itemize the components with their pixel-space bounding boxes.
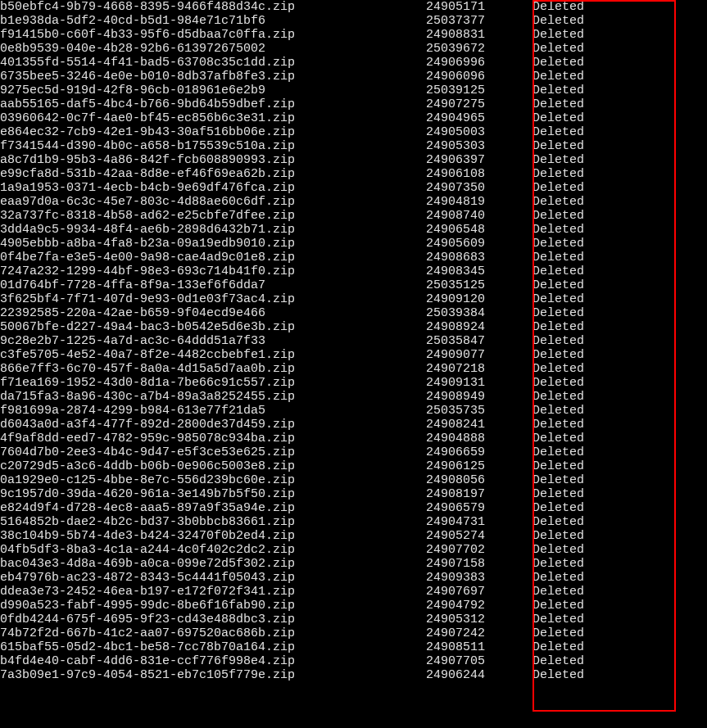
size-cell: 24908831 xyxy=(426,28,533,42)
filename-cell: 5164852b-dae2-4b2c-bd37-3b0bbcb83661.zip xyxy=(0,515,426,529)
status-cell: Deleted xyxy=(533,125,584,139)
terminal-row: d6043a0d-a3f4-477f-892d-2800de37d459.zip… xyxy=(0,418,707,432)
status-cell: Deleted xyxy=(533,0,584,14)
terminal-row: 1a9a1953-0371-4ecb-b4cb-9e69df476fca.zip… xyxy=(0,181,707,195)
terminal-row: 0f4be7fa-e3e5-4e00-9a98-cae4ad9c01e8.zip… xyxy=(0,251,707,265)
size-cell: 24906125 xyxy=(426,459,533,473)
terminal-row: f981699a-2874-4299-b984-613e77f21da52503… xyxy=(0,404,707,418)
terminal-row: a8c7d1b9-95b3-4a86-842f-fcb608890993.zip… xyxy=(0,153,707,167)
filename-cell: c3fe5705-4e52-40a7-8f2e-4482ccbebfe1.zip xyxy=(0,348,426,362)
status-cell: Deleted xyxy=(533,181,584,195)
filename-cell: 0e8b9539-040e-4b28-92b6-613972675002 xyxy=(0,42,426,56)
status-cell: Deleted xyxy=(533,348,584,362)
size-cell: 24904792 xyxy=(426,599,533,613)
filename-cell: 38c104b9-5b74-4de3-b424-32470f0b2ed4.zip xyxy=(0,529,426,543)
size-cell: 25039125 xyxy=(426,84,533,97)
status-cell: Deleted xyxy=(533,251,584,265)
terminal-row: 32a737fc-8318-4b58-ad62-e25cbfe7dfee.zip… xyxy=(0,209,707,223)
terminal-row: 5164852b-dae2-4b2c-bd37-3b0bbcb83661.zip… xyxy=(0,515,707,529)
size-cell: 24907218 xyxy=(426,362,533,376)
status-cell: Deleted xyxy=(533,292,584,306)
filename-cell: f7341544-d390-4b0c-a658-b175539c510a.zip xyxy=(0,139,426,153)
size-cell: 24906659 xyxy=(426,445,533,459)
filename-cell: e824d9f4-d728-4ec8-aaa5-897a9f35a94e.zip xyxy=(0,501,426,515)
terminal-row: e864ec32-7cb9-42e1-9b43-30af516bb06e.zip… xyxy=(0,125,707,139)
size-cell: 24908949 xyxy=(426,390,533,404)
terminal-row: 38c104b9-5b74-4de3-b424-32470f0b2ed4.zip… xyxy=(0,529,707,543)
filename-cell: 3dd4a9c5-9934-48f4-ae6b-2898d6432b71.zip xyxy=(0,223,426,237)
filename-cell: 03960642-0c7f-4ae0-bf45-ec856b6c3e31.zip xyxy=(0,111,426,125)
filename-cell: 4905ebbb-a8ba-4fa8-b23a-09a19edb9010.zip xyxy=(0,237,426,251)
size-cell: 24908683 xyxy=(426,251,533,265)
status-cell: Deleted xyxy=(533,640,584,654)
status-cell: Deleted xyxy=(533,111,584,125)
status-cell: Deleted xyxy=(533,487,584,501)
terminal-row: 615baf55-05d2-4bc1-be58-7cc78b70a164.zip… xyxy=(0,640,707,654)
size-cell: 25037377 xyxy=(426,14,533,28)
filename-cell: 32a737fc-8318-4b58-ad62-e25cbfe7dfee.zip xyxy=(0,209,426,223)
filename-cell: 7247a232-1299-44bf-98e3-693c714b41f0.zip xyxy=(0,265,426,278)
size-cell: 24907158 xyxy=(426,557,533,571)
filename-cell: 04fb5df3-8ba3-4c1a-a244-4c0f402c2dc2.zip xyxy=(0,543,426,557)
terminal-row: 0e8b9539-040e-4b28-92b6-6139726750022503… xyxy=(0,42,707,56)
status-cell: Deleted xyxy=(533,571,584,585)
terminal-row: 50067bfe-d227-49a4-bac3-b0542e5d6e3b.zip… xyxy=(0,320,707,334)
size-cell: 25039672 xyxy=(426,42,533,56)
terminal-row: 4905ebbb-a8ba-4fa8-b23a-09a19edb9010.zip… xyxy=(0,237,707,251)
filename-cell: 401355fd-5514-4f41-bad5-63708c35c1dd.zip xyxy=(0,56,426,70)
terminal-row: 7a3b09e1-97c9-4054-8521-eb7c105f779e.zip… xyxy=(0,668,707,682)
size-cell: 24905274 xyxy=(426,529,533,543)
size-cell: 24908740 xyxy=(426,209,533,223)
terminal-row: d990a523-fabf-4995-99dc-8be6f16fab90.zip… xyxy=(0,599,707,613)
filename-cell: 4f9af8dd-eed7-4782-959c-985078c934ba.zip xyxy=(0,432,426,445)
filename-cell: aab55165-daf5-4bc4-b766-9bd64b59dbef.zip xyxy=(0,97,426,111)
filename-cell: 615baf55-05d2-4bc1-be58-7cc78b70a164.zip xyxy=(0,640,426,654)
size-cell: 24909131 xyxy=(426,376,533,390)
filename-cell: da715fa3-8a96-430c-a7b4-89a3a8252455.zip xyxy=(0,390,426,404)
status-cell: Deleted xyxy=(533,362,584,376)
filename-cell: a8c7d1b9-95b3-4a86-842f-fcb608890993.zip xyxy=(0,153,426,167)
filename-cell: 7a3b09e1-97c9-4054-8521-eb7c105f779e.zip xyxy=(0,668,426,682)
status-cell: Deleted xyxy=(533,473,584,487)
status-cell: Deleted xyxy=(533,14,584,28)
size-cell: 24908511 xyxy=(426,640,533,654)
size-cell: 25035125 xyxy=(426,278,533,292)
terminal-row: e824d9f4-d728-4ec8-aaa5-897a9f35a94e.zip… xyxy=(0,501,707,515)
filename-cell: f981699a-2874-4299-b984-613e77f21da5 xyxy=(0,404,426,418)
filename-cell: 6735bee5-3246-4e0e-b010-8db37afb8fe3.zip xyxy=(0,70,426,84)
filename-cell: 9275ec5d-919d-42f8-96cb-018961e6e2b9 xyxy=(0,84,426,97)
status-cell: Deleted xyxy=(533,153,584,167)
size-cell: 25035735 xyxy=(426,404,533,418)
terminal-row: 01d764bf-7728-4ffa-8f9a-133ef6f6dda72503… xyxy=(0,278,707,292)
terminal-row: 04fb5df3-8ba3-4c1a-a244-4c0f402c2dc2.zip… xyxy=(0,543,707,557)
filename-cell: e864ec32-7cb9-42e1-9b43-30af516bb06e.zip xyxy=(0,125,426,139)
terminal-row: 03960642-0c7f-4ae0-bf45-ec856b6c3e31.zip… xyxy=(0,111,707,125)
terminal-row: b50ebfc4-9b79-4668-8395-9466f488d34c.zip… xyxy=(0,0,707,14)
terminal-row: b4fd4e40-cabf-4dd6-831e-ccf776f998e4.zip… xyxy=(0,654,707,668)
filename-cell: b50ebfc4-9b79-4668-8395-9466f488d34c.zip xyxy=(0,0,426,14)
filename-cell: eaa97d0a-6c3c-45e7-803c-4d88ae60c6df.zip xyxy=(0,195,426,209)
status-cell: Deleted xyxy=(533,56,584,70)
terminal-row: 3dd4a9c5-9934-48f4-ae6b-2898d6432b71.zip… xyxy=(0,223,707,237)
status-cell: Deleted xyxy=(533,668,584,682)
status-cell: Deleted xyxy=(533,209,584,223)
status-cell: Deleted xyxy=(533,418,584,432)
status-cell: Deleted xyxy=(533,265,584,278)
status-cell: Deleted xyxy=(533,237,584,251)
terminal-row: 0fdb4244-675f-4695-9f23-cd43e488dbc3.zip… xyxy=(0,613,707,626)
filename-cell: c20729d5-a3c6-4ddb-b06b-0e906c5003e8.zip xyxy=(0,459,426,473)
terminal-row: 7247a232-1299-44bf-98e3-693c714b41f0.zip… xyxy=(0,265,707,278)
size-cell: 24904965 xyxy=(426,111,533,125)
status-cell: Deleted xyxy=(533,557,584,571)
status-cell: Deleted xyxy=(533,404,584,418)
status-cell: Deleted xyxy=(533,320,584,334)
status-cell: Deleted xyxy=(533,376,584,390)
terminal-row: f71ea169-1952-43d0-8d1a-7be66c91c557.zip… xyxy=(0,376,707,390)
terminal-row: 74b72f2d-667b-41c2-aa07-697520ac686b.zip… xyxy=(0,626,707,640)
status-cell: Deleted xyxy=(533,501,584,515)
terminal-row: 401355fd-5514-4f41-bad5-63708c35c1dd.zip… xyxy=(0,56,707,70)
terminal-row: 3f625bf4-7f71-407d-9e93-0d1e03f73ac4.zip… xyxy=(0,292,707,306)
status-cell: Deleted xyxy=(533,42,584,56)
size-cell: 24906548 xyxy=(426,223,533,237)
size-cell: 24905003 xyxy=(426,125,533,139)
